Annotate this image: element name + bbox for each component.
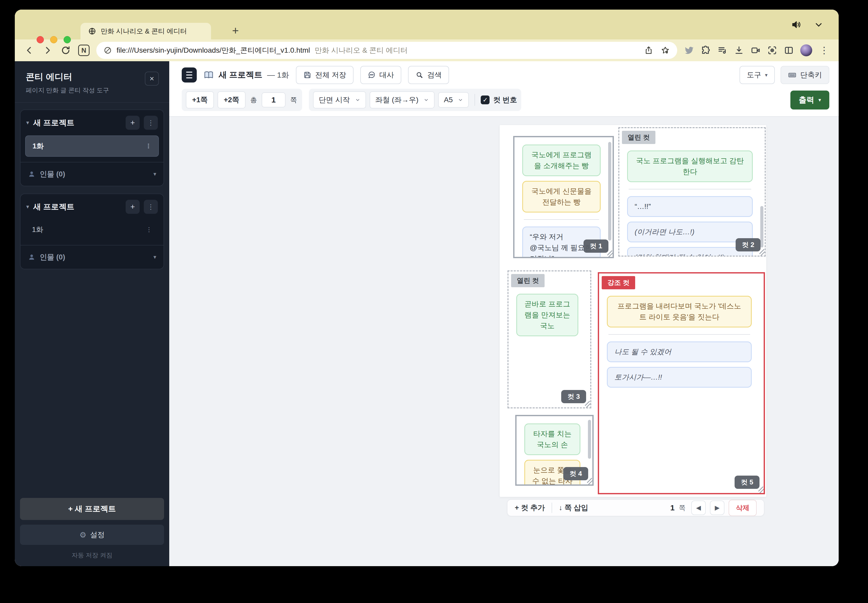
cut-panel[interactable]: 열린 컷곧바로 프로그램을 만져보는 국노컷 3 (507, 271, 591, 408)
resize-handle-icon[interactable] (585, 477, 591, 483)
cut-panel[interactable]: 타자를 치는 국노의 손눈으로 쫓을 수 없는 타자컷 4 (515, 415, 594, 486)
panel-scrollbar-thumb[interactable] (760, 206, 763, 247)
script-box-prop[interactable]: 국노에게 신문물을 전달하는 빵 (522, 181, 600, 212)
script-box-thought[interactable]: 나도 될 수 있겠어 (607, 342, 752, 362)
cut-type-badge: 강조 컷 (602, 276, 635, 289)
save-all-button[interactable]: 전체 저장 (296, 66, 354, 84)
episode-menu-button[interactable]: ⋮ (146, 226, 152, 233)
url-bar[interactable]: file:///Users/sin-yujin/Downloads/만화_콘티에… (96, 42, 677, 59)
add-episode-button[interactable]: + (125, 200, 140, 214)
add-two-pages-button[interactable]: +2쪽 (218, 91, 246, 108)
project-menu-button[interactable]: ⋮ (144, 200, 158, 214)
sidebar-close-button[interactable]: × (145, 72, 159, 86)
close-window-button[interactable] (37, 36, 44, 43)
browser-menu-button[interactable]: ⋮ (818, 46, 830, 55)
people-row[interactable]: 인물 (0)▾ (20, 162, 164, 186)
script-box-thought[interactable]: (만화 천재가 될 수 있어…!!) (627, 247, 753, 255)
paper-size-select[interactable]: A5 (438, 92, 469, 108)
resize-handle-icon[interactable] (582, 400, 589, 406)
dialogue-button[interactable]: 대사 (360, 66, 401, 84)
minimize-window-button[interactable] (50, 36, 57, 43)
add-episode-button[interactable]: + (125, 116, 140, 130)
reading-list-icon[interactable] (717, 45, 727, 56)
new-project-button[interactable]: + 새 프로젝트 (20, 498, 164, 520)
tools-dropdown-button[interactable]: 도구 ▾ (740, 66, 775, 84)
new-tab-button[interactable]: + (228, 23, 243, 38)
collapse-caret-icon: ▾ (26, 203, 29, 210)
next-page-button[interactable]: ▶ (710, 501, 724, 515)
extensions-puzzle-icon[interactable] (701, 45, 711, 56)
tab-search-chevron-icon[interactable] (814, 20, 824, 29)
resize-handle-icon[interactable] (756, 485, 763, 492)
episode-item[interactable]: 1화⋮ (25, 135, 159, 157)
bookmark-star-icon[interactable] (661, 46, 670, 55)
cut-number-checkbox[interactable]: ✓ (481, 96, 489, 104)
storyboard-canvas[interactable]: 국노에게 프로그램을 소개해주는 빵국노에게 신문물을 전달하는 빵“우와 저거… (169, 117, 839, 566)
script-box-action[interactable]: 국노 프로그램을 실행해보고 감탄한다 (627, 150, 753, 182)
settings-button[interactable]: ⚙ 설정 (20, 525, 164, 545)
screen-record-icon[interactable] (750, 45, 761, 56)
content-divider (524, 219, 599, 220)
insert-page-button[interactable]: ↓ 쪽 삽입 (559, 503, 588, 513)
script-box-action[interactable]: 타자를 치는 국노의 손 (525, 424, 580, 455)
script-box-thought[interactable]: 토가시가—…!! (607, 367, 752, 388)
page-unit-label: 쪽 (290, 96, 297, 105)
script-box-action[interactable]: 곧바로 프로그램을 만져보는 국노 (516, 294, 578, 336)
script-box-prop[interactable]: 프로그램을 내려다보며 국노가 '데스노트 라이토 웃음'을 짓는다 (607, 296, 752, 328)
share-icon[interactable] (644, 46, 653, 55)
speaker-icon[interactable] (791, 19, 802, 30)
script-box-dialogue[interactable]: “…!!” (627, 196, 753, 217)
traffic-lights (37, 36, 71, 43)
downloads-icon[interactable] (734, 45, 744, 56)
split-view-icon[interactable] (784, 45, 794, 56)
cut-panel[interactable]: 강조 컷프로그램을 내려다보며 국노가 '데스노트 라이토 웃음'을 짓는다나도… (598, 272, 765, 494)
twitter-extension-icon[interactable] (684, 45, 694, 56)
script-box-thought[interactable]: (이거라면 나도…!) (627, 221, 753, 242)
browser-tab[interactable]: 만화 시나리오 & 콘티 에디터 (80, 23, 211, 39)
shortcuts-button[interactable]: 단축키 (781, 66, 829, 84)
episode-menu-button[interactable]: ⋮ (145, 142, 152, 150)
export-button[interactable]: 출력 ▾ (791, 91, 829, 110)
project-menu-button[interactable]: ⋮ (144, 116, 158, 130)
group-divider (475, 94, 475, 106)
search-button[interactable]: 검색 (408, 66, 449, 84)
cut-content: 곧바로 프로그램을 만져보는 국노 (509, 271, 590, 407)
project-name: 새 프로젝트 (33, 202, 121, 212)
zoom-window-button[interactable] (63, 36, 71, 43)
current-page-unit: 쪽 (679, 503, 685, 512)
script-box-action[interactable]: 국노에게 프로그램을 소개해주는 빵 (522, 145, 600, 176)
page-count-input[interactable] (261, 92, 286, 107)
cut-type-badge: 열린 컷 (622, 131, 655, 144)
start-mode-select[interactable]: 단면 시작 (313, 91, 366, 108)
delete-page-button[interactable]: 삭제 (729, 500, 757, 516)
back-button[interactable] (24, 45, 35, 56)
prev-page-button[interactable]: ◀ (691, 501, 706, 515)
project-header[interactable]: ▾새 프로젝트+⋮ (20, 110, 164, 135)
n-extension-button[interactable]: N (78, 45, 90, 56)
people-row[interactable]: 인물 (0)▾ (20, 246, 164, 269)
binding-select[interactable]: 좌철 (좌→우) (370, 91, 435, 108)
sidebar-title: 콘티 에디터 (26, 71, 158, 83)
file-info-icon[interactable] (104, 46, 112, 54)
panel-scrollbar-thumb[interactable] (608, 142, 611, 241)
paper-size-value: A5 (444, 96, 453, 104)
episode-item[interactable]: 1화⋮ (25, 220, 159, 240)
screenshot-icon[interactable] (767, 45, 777, 56)
tab-strip: 만화 시나리오 & 콘티 에디터 + (15, 9, 839, 39)
reload-button[interactable] (60, 45, 71, 56)
chevron-down-icon (355, 97, 360, 102)
bar-divider (552, 502, 552, 513)
cut-number-label: 컷 번호 (493, 95, 517, 105)
resize-handle-icon[interactable] (757, 248, 764, 255)
add-cut-button[interactable]: + 컷 추가 (515, 503, 545, 513)
sidebar-toggle-button[interactable] (182, 68, 197, 82)
panel-scrollbar-thumb[interactable] (588, 420, 591, 459)
project-header[interactable]: ▾새 프로젝트+⋮ (20, 194, 164, 218)
forward-button[interactable] (42, 45, 53, 56)
cut-panel[interactable]: 열린 컷국노 프로그램을 실행해보고 감탄한다“…!!”(이거라면 나도…!)(… (618, 127, 766, 257)
profile-avatar[interactable] (800, 44, 812, 56)
cut-panel[interactable]: 국노에게 프로그램을 소개해주는 빵국노에게 신문물을 전달하는 빵“우와 저거… (513, 136, 614, 258)
content-divider (629, 189, 751, 189)
add-one-page-button[interactable]: +1쪽 (186, 91, 214, 108)
resize-handle-icon[interactable] (605, 249, 611, 256)
